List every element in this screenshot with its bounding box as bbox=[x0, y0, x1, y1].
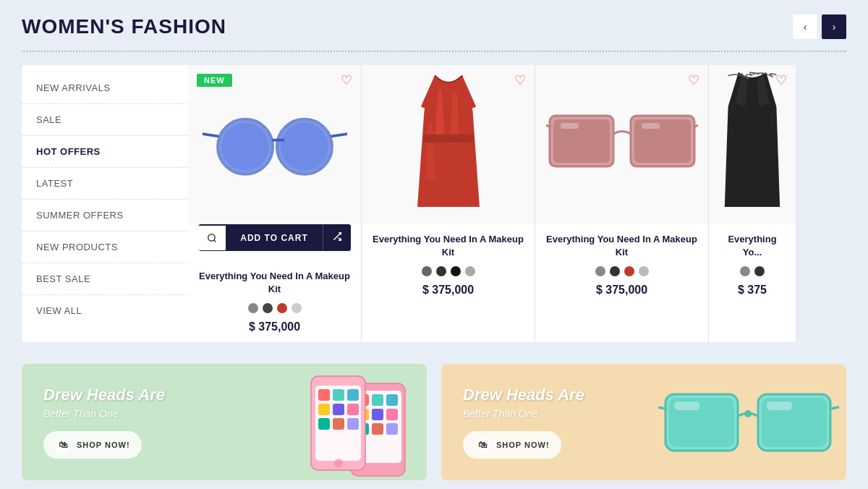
color-swatch[interactable] bbox=[740, 266, 750, 276]
color-swatch[interactable] bbox=[292, 303, 302, 313]
svg-rect-29 bbox=[372, 423, 383, 435]
svg-rect-33 bbox=[318, 389, 330, 401]
banner-peach: Drew Heads Are Better Than One 🛍 SHOP NO… bbox=[441, 364, 846, 480]
banner-peach-shop-label: SHOP NOW! bbox=[496, 441, 550, 449]
banner-peach-subtitle: Better Than One bbox=[463, 408, 584, 420]
banner-green-subtitle: Better Than One bbox=[43, 408, 165, 420]
product-card-3: ♡ bbox=[535, 65, 709, 342]
banner-peach-shop-button[interactable]: 🛍 SHOP NOW! bbox=[463, 431, 561, 459]
svg-rect-36 bbox=[318, 404, 330, 415]
svg-rect-26 bbox=[372, 409, 383, 420]
color-swatch[interactable] bbox=[465, 266, 475, 276]
product-title-4: Everything Yo... bbox=[719, 233, 786, 259]
banner-peach-text: Drew Heads Are Better Than One 🛍 SHOP NO… bbox=[463, 386, 584, 458]
prev-arrow-button[interactable]: ‹ bbox=[793, 14, 817, 39]
product-card-1: NEW ♡ bbox=[188, 65, 362, 342]
wishlist-button-2[interactable]: ♡ bbox=[514, 72, 526, 88]
svg-rect-39 bbox=[318, 418, 330, 430]
svg-rect-34 bbox=[333, 389, 344, 401]
svg-rect-35 bbox=[347, 389, 359, 401]
wishlist-button-1[interactable]: ♡ bbox=[341, 72, 352, 88]
product-info-4: Everything Yo... $ 375 bbox=[709, 224, 796, 305]
product-price-2: $ 375,000 bbox=[372, 284, 524, 297]
svg-point-3 bbox=[281, 123, 328, 170]
bag-icon-2: 🛍 bbox=[475, 437, 490, 453]
color-swatch[interactable] bbox=[451, 266, 461, 276]
wishlist-button-4[interactable]: ♡ bbox=[775, 72, 787, 88]
banner-green: Drew Heads Are Better Than One 🛍 SHOP NO… bbox=[22, 364, 427, 480]
color-swatch[interactable] bbox=[610, 266, 620, 276]
color-swatch[interactable] bbox=[263, 303, 273, 313]
product-price-4: $ 375 bbox=[719, 284, 786, 297]
banner-green-image bbox=[289, 373, 427, 480]
products-area: NEW ♡ bbox=[188, 65, 846, 342]
page-header: WOMEN'S FASHION ‹ › bbox=[22, 14, 846, 39]
sidebar-item-view-all[interactable]: VIEW ALL bbox=[22, 295, 188, 326]
page-wrapper: WOMEN'S FASHION ‹ › NEW ARRIVALS SALE HO… bbox=[0, 0, 868, 489]
main-content: NEW ARRIVALS SALE HOT OFFERS LATEST SUMM… bbox=[22, 65, 846, 342]
product-card-4: ♡ Everything Yo... bbox=[709, 65, 796, 342]
svg-line-48 bbox=[830, 405, 839, 409]
svg-rect-50 bbox=[767, 401, 792, 410]
color-swatch[interactable] bbox=[422, 266, 432, 276]
svg-rect-24 bbox=[386, 394, 398, 406]
sidebar: NEW ARRIVALS SALE HOT OFFERS LATEST SUMM… bbox=[22, 65, 188, 342]
color-swatches-3 bbox=[545, 266, 698, 276]
banner-green-shop-label: SHOP NOW! bbox=[77, 441, 130, 449]
color-swatches-2 bbox=[372, 266, 524, 276]
svg-point-51 bbox=[744, 410, 752, 417]
product-image-wrap-2: ♡ bbox=[362, 65, 535, 224]
sidebar-item-summer-offers[interactable]: SUMMER OFFERS bbox=[22, 200, 188, 231]
banner-green-text: Drew Heads Are Better Than One 🛍 SHOP NO… bbox=[43, 386, 165, 458]
sidebar-item-latest[interactable]: LATEST bbox=[22, 168, 188, 200]
product-title-1: Everything You Need In A Makeup Kit bbox=[198, 270, 351, 296]
color-swatch[interactable] bbox=[624, 266, 634, 276]
svg-rect-19 bbox=[642, 123, 660, 129]
svg-rect-41 bbox=[347, 418, 359, 430]
svg-line-6 bbox=[332, 134, 347, 137]
product-info-3: Everything You Need In A Makeup Kit $ 37… bbox=[535, 224, 708, 305]
color-swatches-1 bbox=[198, 303, 351, 313]
section-divider bbox=[22, 51, 846, 52]
sidebar-item-hot-offers[interactable]: HOT OFFERS bbox=[22, 136, 188, 168]
banner-peach-title: Drew Heads Are bbox=[463, 386, 584, 404]
nav-arrows: ‹ › bbox=[793, 14, 846, 39]
color-swatch[interactable] bbox=[248, 303, 258, 313]
product-info-2: Everything You Need In A Makeup Kit $ 37… bbox=[362, 224, 535, 305]
color-swatch[interactable] bbox=[754, 266, 765, 276]
product-info-1: Everything You Need In A Makeup Kit $ 37… bbox=[188, 261, 361, 342]
sidebar-item-new-products[interactable]: NEW PRODUCTS bbox=[22, 231, 188, 263]
sidebar-item-sale[interactable]: SALE bbox=[22, 104, 188, 136]
cart-search-button[interactable] bbox=[198, 226, 226, 250]
svg-rect-30 bbox=[386, 423, 398, 435]
wishlist-button-3[interactable]: ♡ bbox=[688, 72, 699, 88]
product-price-3: $ 375,000 bbox=[545, 284, 698, 297]
svg-rect-38 bbox=[347, 404, 359, 415]
cart-compare-button[interactable] bbox=[323, 224, 351, 251]
color-swatch[interactable] bbox=[595, 266, 605, 276]
page-title: WOMEN'S FASHION bbox=[22, 15, 226, 38]
add-to-cart-button-1[interactable]: ADD TO CART bbox=[226, 226, 323, 250]
svg-rect-23 bbox=[372, 394, 383, 406]
svg-point-1 bbox=[221, 123, 268, 170]
banner-green-shop-button[interactable]: 🛍 SHOP NOW! bbox=[43, 431, 142, 459]
product-image-3 bbox=[546, 101, 698, 188]
color-swatch[interactable] bbox=[277, 303, 287, 313]
svg-rect-18 bbox=[561, 123, 579, 129]
svg-rect-37 bbox=[333, 404, 344, 415]
svg-line-8 bbox=[214, 239, 216, 242]
svg-line-5 bbox=[203, 134, 218, 137]
cart-action-bar-1: ADD TO CART bbox=[198, 224, 351, 251]
next-arrow-button[interactable]: › bbox=[822, 14, 846, 39]
sidebar-item-best-sale[interactable]: BEST SALE bbox=[22, 263, 188, 295]
product-image-2 bbox=[409, 69, 488, 221]
product-image-1 bbox=[203, 109, 347, 181]
svg-rect-40 bbox=[333, 418, 344, 430]
svg-point-42 bbox=[334, 459, 343, 467]
color-swatch[interactable] bbox=[436, 266, 446, 276]
product-title-3: Everything You Need In A Makeup Kit bbox=[545, 233, 698, 259]
product-price-1: $ 375,000 bbox=[198, 320, 351, 333]
color-swatch[interactable] bbox=[639, 266, 649, 276]
bag-icon: 🛍 bbox=[55, 437, 71, 453]
sidebar-item-new-arrivals[interactable]: NEW ARRIVALS bbox=[22, 72, 188, 104]
